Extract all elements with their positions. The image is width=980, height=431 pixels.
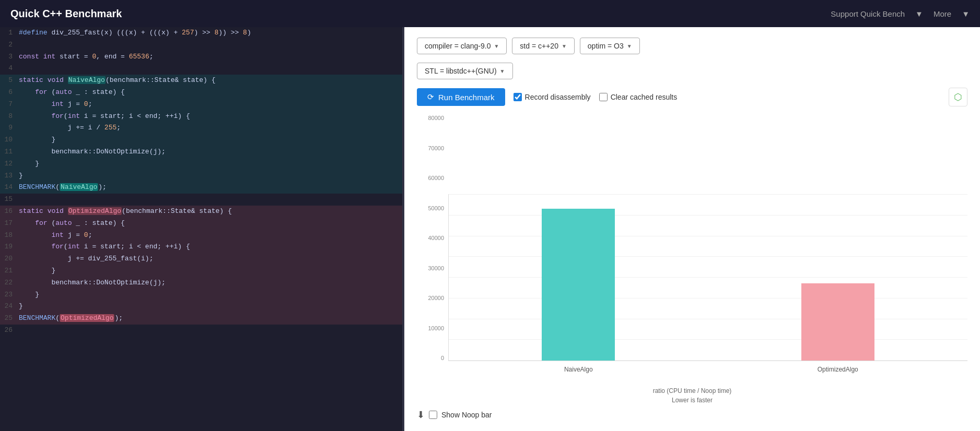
code-line: 2 xyxy=(0,39,402,51)
record-disassembly-checkbox[interactable] xyxy=(514,93,522,101)
line-content xyxy=(19,63,402,75)
line-number: 10 xyxy=(0,134,19,146)
code-line: 26 xyxy=(0,325,402,337)
code-line: 7 int j = 0; xyxy=(0,99,402,111)
line-content: j += div_255_fast(i); xyxy=(19,253,402,265)
stl-label: STL = libstdc++(GNU) xyxy=(425,67,497,75)
support-link[interactable]: Support Quick Bench xyxy=(831,9,905,18)
clear-cached-label[interactable]: Clear cached results xyxy=(599,93,678,101)
line-number: 2 xyxy=(0,39,19,51)
code-line: 17 for (auto _ : state) { xyxy=(0,218,402,230)
line-number: 22 xyxy=(0,277,19,289)
line-number: 20 xyxy=(0,253,19,265)
bar-naivealgo xyxy=(542,209,615,361)
line-number: 9 xyxy=(0,122,19,134)
line-content: for(int i = start; i < end; ++i) { xyxy=(19,241,402,253)
more-arrow-icon: ▼ xyxy=(962,9,970,18)
line-number: 26 xyxy=(0,325,19,337)
line-number: 8 xyxy=(0,111,19,123)
bar-wrapper xyxy=(801,194,874,361)
run-benchmark-button[interactable]: ⟳ Run Benchmark xyxy=(417,88,505,106)
chart-area: 0100002000030000400005000060000700008000… xyxy=(417,115,967,421)
line-content: } xyxy=(19,158,402,170)
line-number: 17 xyxy=(0,218,19,230)
clear-cached-checkbox[interactable] xyxy=(599,93,608,101)
code-table: 1#define div_255_fast(x) (((x) + (((x) +… xyxy=(0,27,402,337)
compiler-dropdown[interactable]: compiler = clang-9.0 ▼ xyxy=(417,38,507,54)
code-line: 24} xyxy=(0,301,402,313)
download-icon[interactable]: ⬇ xyxy=(417,409,425,421)
code-line: 8 for(int i = start; i < end; ++i) { xyxy=(0,111,402,123)
share-button[interactable]: ⬡ xyxy=(949,88,967,106)
y-axis-label: 30000 xyxy=(428,265,444,271)
line-number: 7 xyxy=(0,99,19,111)
code-line: 13} xyxy=(0,170,402,182)
y-axis-label: 60000 xyxy=(428,175,444,181)
code-line: 25BENCHMARK(OptimizedAlgo); xyxy=(0,313,402,325)
y-axis-label: 70000 xyxy=(428,145,444,151)
code-line: 5static void NaiveAlgo(benchmark::State&… xyxy=(0,75,402,87)
compiler-controls-row2: STL = libstdc++(GNU) ▼ xyxy=(417,63,967,79)
stl-dropdown[interactable]: STL = libstdc++(GNU) ▼ xyxy=(417,63,513,79)
more-link[interactable]: More xyxy=(934,9,951,18)
bar-label-optimizedalgo: OptimizedAlgo xyxy=(818,366,858,373)
line-content: } xyxy=(19,265,402,277)
y-axis-label: 50000 xyxy=(428,205,444,211)
line-content xyxy=(19,39,402,51)
line-number: 6 xyxy=(0,87,19,99)
std-arrow-icon: ▼ xyxy=(562,43,567,49)
line-content: const int start = 0, end = 65536; xyxy=(19,51,402,63)
y-axis-label: 10000 xyxy=(428,325,444,331)
line-number: 3 xyxy=(0,51,19,63)
clear-cached-text: Clear cached results xyxy=(611,93,678,101)
y-axis-label: 20000 xyxy=(428,295,444,301)
line-content: for(int i = start; i < end; ++i) { xyxy=(19,111,402,123)
bar-wrapper xyxy=(542,194,615,361)
run-label: Run Benchmark xyxy=(438,93,495,102)
chart-footer-line1: ratio (CPU time / Noop time) xyxy=(417,386,967,396)
line-number: 13 xyxy=(0,170,19,182)
record-disassembly-label[interactable]: Record disassembly xyxy=(514,93,591,101)
code-line: 9 j += i / 255; xyxy=(0,122,402,134)
line-content: benchmark::DoNotOptimize(j); xyxy=(19,277,402,289)
chart-footer: ratio (CPU time / Noop time) Lower is fa… xyxy=(417,382,967,407)
run-icon: ⟳ xyxy=(427,92,434,102)
line-content: } xyxy=(19,134,402,146)
line-number: 1 xyxy=(0,27,19,39)
line-number: 18 xyxy=(0,230,19,242)
line-content xyxy=(19,325,402,337)
right-panel: compiler = clang-9.0 ▼ std = c++20 ▼ opt… xyxy=(404,27,980,431)
show-noop-checkbox[interactable] xyxy=(429,411,437,419)
chart-container: 0100002000030000400005000060000700008000… xyxy=(417,115,967,382)
line-content: static void OptimizedAlgo(benchmark::Sta… xyxy=(19,206,402,218)
line-number: 21 xyxy=(0,265,19,277)
line-content: j += i / 255; xyxy=(19,122,402,134)
code-line: 21 } xyxy=(0,265,402,277)
line-number: 19 xyxy=(0,241,19,253)
code-line: 4 xyxy=(0,63,402,75)
line-content: int j = 0; xyxy=(19,230,402,242)
line-content: BENCHMARK(NaiveAlgo); xyxy=(19,182,402,194)
line-number: 15 xyxy=(0,194,19,206)
std-dropdown[interactable]: std = c++20 ▼ xyxy=(512,38,574,54)
editor-panel[interactable]: 1#define div_255_fast(x) (((x) + (((x) +… xyxy=(0,27,402,431)
optim-dropdown[interactable]: optim = O3 ▼ xyxy=(580,38,640,54)
line-content: benchmark::DoNotOptimize(j); xyxy=(19,146,402,158)
line-number: 14 xyxy=(0,182,19,194)
bar-group-optimizedalgo: OptimizedAlgo xyxy=(708,194,968,361)
line-content: } xyxy=(19,301,402,313)
navbar-arrow-icon: ▼ xyxy=(915,9,923,18)
run-controls-row: ⟳ Run Benchmark Record disassembly Clear… xyxy=(417,88,967,106)
show-noop-label: Show Noop bar xyxy=(441,411,492,419)
main-content: 1#define div_255_fast(x) (((x) + (((x) +… xyxy=(0,27,980,431)
line-content: } xyxy=(19,289,402,301)
chart-footer-line2: Lower is faster xyxy=(417,396,967,405)
code-line: 3const int start = 0, end = 65536; xyxy=(0,51,402,63)
bar-optimizedalgo xyxy=(801,283,874,361)
line-content: BENCHMARK(OptimizedAlgo); xyxy=(19,313,402,325)
y-axis-label: 80000 xyxy=(428,115,444,121)
code-line: 23 } xyxy=(0,289,402,301)
show-noop-row: ⬇ Show Noop bar xyxy=(417,409,967,421)
line-number: 24 xyxy=(0,301,19,313)
code-line: 10 } xyxy=(0,134,402,146)
